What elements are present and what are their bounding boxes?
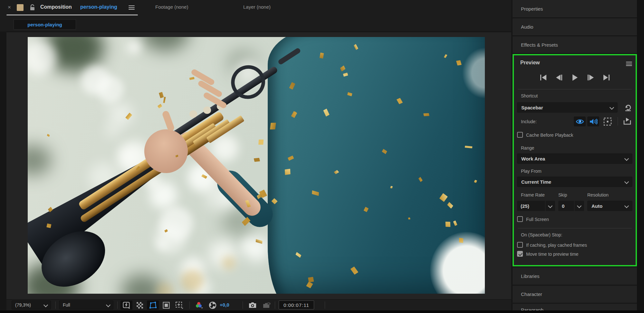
exposure-value[interactable]: +0,0: [220, 302, 229, 308]
chevron-down-icon: [624, 156, 629, 161]
rgb-channels-icon: [195, 301, 204, 309]
composition-viewer[interactable]: [6, 32, 511, 299]
eye-icon: [576, 119, 584, 124]
preview-resolution-dropdown[interactable]: Auto: [587, 201, 632, 211]
viewer-tab-bar: × Composition person-playing Footage (no…: [0, 0, 511, 32]
confetti-overlay: [28, 37, 485, 294]
current-time-display[interactable]: 0:00:07:11: [279, 300, 314, 309]
active-tab-underline: [6, 14, 138, 15]
full-screen-label: Full Screen: [526, 217, 549, 222]
chevron-down-icon: [577, 204, 582, 208]
transport-controls: [514, 74, 636, 81]
tab-composition-name[interactable]: person-playing: [80, 4, 117, 10]
show-snapshot-button[interactable]: [261, 300, 273, 310]
right-dock: Properties Audio Effects & Presets Previ…: [513, 0, 637, 310]
full-screen-checkbox[interactable]: [517, 216, 523, 222]
panel-tab-paragraph[interactable]: Paragraph: [513, 304, 637, 310]
camera-icon: [248, 302, 257, 309]
previous-frame-button[interactable]: [554, 74, 563, 81]
shutter-icon: [209, 301, 216, 309]
mask-shape-icon: [149, 302, 157, 309]
range-dropdown[interactable]: Work Area: [517, 153, 632, 164]
channel-settings-button[interactable]: [193, 300, 205, 310]
window-bottom-strip: [0, 310, 644, 313]
composition-subtab[interactable]: person-playing: [14, 19, 76, 30]
include-video-button[interactable]: [574, 116, 586, 126]
tab-layer[interactable]: Layer (none): [243, 4, 271, 10]
checkerboard-icon: [136, 302, 143, 309]
take-snapshot-button[interactable]: [246, 300, 258, 310]
overlays-region-icon: [603, 117, 612, 126]
exposure-button[interactable]: [207, 300, 218, 310]
cache-before-playback-checkbox[interactable]: [517, 132, 523, 138]
panel-color-swatch: [17, 4, 24, 11]
mask-visibility-button[interactable]: [147, 300, 159, 310]
reset-icon: [624, 104, 632, 111]
reset-shortcut-button[interactable]: [622, 102, 634, 113]
chevron-down-icon: [610, 105, 614, 110]
tab-footage[interactable]: Footage (none): [155, 4, 188, 10]
last-frame-button[interactable]: [602, 74, 611, 81]
include-label: Include:: [521, 119, 537, 124]
cache-before-playback-label: Cache Before Playback: [526, 133, 573, 138]
include-overlays-button[interactable]: [603, 117, 612, 126]
frame-rate-dropdown[interactable]: (25): [517, 201, 555, 211]
chevron-down-icon: [624, 204, 629, 208]
share-preview-button[interactable]: [621, 116, 633, 126]
preview-panel-title: Preview: [520, 60, 540, 66]
shortcut-dropdown[interactable]: Spacebar: [517, 102, 618, 113]
if-caching-checkbox[interactable]: [517, 242, 523, 248]
panel-tab-audio[interactable]: Audio: [513, 18, 637, 35]
speaker-icon: [589, 118, 598, 125]
export-tray-icon: [623, 117, 631, 125]
panel-menu-icon[interactable]: [129, 5, 135, 10]
play-from-label: Play From: [521, 169, 542, 174]
transparency-grid-button[interactable]: [134, 300, 146, 310]
shortcut-label: Shortcut: [521, 93, 538, 98]
resolution-dropdown[interactable]: Full: [59, 300, 113, 309]
skip-dropdown[interactable]: 0: [558, 201, 584, 211]
on-stop-label: On (Spacebar) Stop:: [521, 232, 562, 237]
dock-edge-strip: [637, 0, 644, 310]
move-time-checkbox[interactable]: [517, 251, 523, 257]
viewer-toolbar: (79,3%) Full: [6, 299, 511, 310]
play-from-dropdown[interactable]: Current Time: [517, 177, 632, 187]
panel-tab-libraries[interactable]: Libraries: [513, 267, 637, 285]
chevron-down-icon: [43, 303, 48, 307]
next-frame-button[interactable]: [586, 74, 595, 81]
after-effects-window: × Composition person-playing Footage (no…: [0, 0, 644, 313]
skip-to-end-icon: [602, 74, 611, 81]
lightning-icon: [123, 302, 130, 309]
play-icon: [571, 74, 578, 81]
composition-canvas: [28, 37, 485, 294]
tab-composition-label[interactable]: Composition: [40, 4, 72, 10]
first-frame-button[interactable]: [539, 74, 548, 81]
step-forward-icon: [586, 74, 595, 81]
preview-panel-menu-icon[interactable]: [626, 62, 632, 66]
chevron-down-icon: [624, 180, 629, 184]
grid-guides-button[interactable]: [173, 300, 185, 310]
panel-tab-properties[interactable]: Properties: [513, 0, 637, 17]
step-back-icon: [555, 74, 563, 81]
range-label: Range: [521, 145, 534, 151]
crosshair-icon: [175, 301, 184, 309]
close-icon[interactable]: ×: [8, 4, 11, 11]
panel-preview-highlighted: Preview: [513, 54, 637, 266]
panel-tab-effects-presets[interactable]: Effects & Presets: [513, 36, 637, 53]
skip-label: Skip: [558, 192, 567, 198]
panel-tab-character[interactable]: Character: [513, 286, 637, 303]
region-of-interest-button[interactable]: [160, 300, 172, 310]
fast-previews-button[interactable]: [120, 300, 132, 310]
if-caching-label: If caching, play cached frames: [526, 243, 587, 248]
unlock-icon[interactable]: [30, 4, 35, 11]
show-snapshot-icon: [263, 302, 271, 309]
skip-to-start-icon: [539, 74, 548, 81]
frame-rate-label: Frame Rate: [521, 192, 545, 198]
square-in-square-icon: [163, 302, 170, 309]
magnification-dropdown[interactable]: (79,3%): [12, 300, 51, 309]
move-time-label: Move time to preview time: [526, 252, 579, 257]
chevron-down-icon: [548, 204, 553, 208]
play-button[interactable]: [570, 74, 579, 81]
chevron-down-icon: [106, 303, 111, 307]
include-audio-button[interactable]: [587, 116, 599, 126]
